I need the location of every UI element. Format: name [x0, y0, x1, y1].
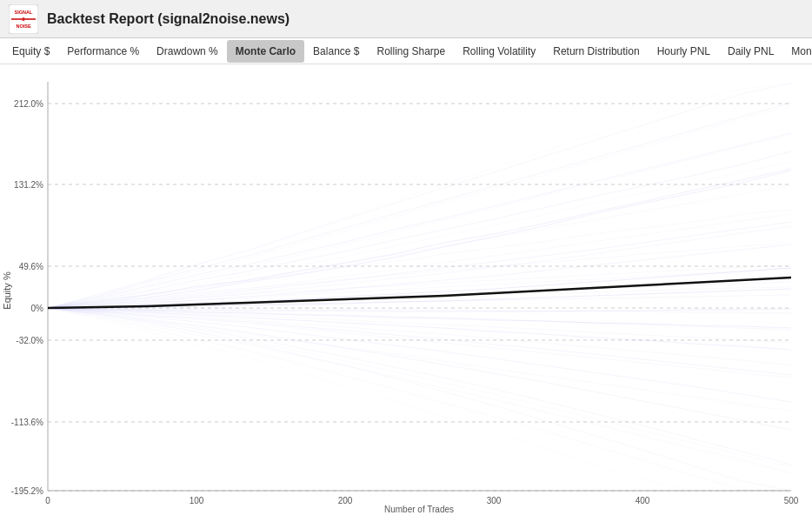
x-label-200: 200 — [338, 496, 353, 505]
x-label-500: 500 — [784, 496, 799, 505]
y-label-minus32: -32.0% — [16, 336, 43, 345]
y-axis-title: Equity % — [2, 271, 12, 310]
svg-text:SIGNAL: SIGNAL — [15, 10, 33, 15]
nav-tab-balance--[interactable]: Balance $ — [304, 40, 368, 63]
y-label-49: 49.6% — [19, 262, 43, 271]
chart-area: Equity % 212.0% 131.2% 49.6% 0% -32.0% -… — [0, 64, 812, 522]
nav-tab-daily-pnl[interactable]: Daily PNL — [719, 40, 782, 63]
svg-text:NOISE: NOISE — [16, 23, 30, 29]
nav-tab-hourly-pnl[interactable]: Hourly PNL — [649, 40, 719, 63]
header: SIGNAL 2 NOISE Backtest Report (signal2n… — [0, 0, 812, 38]
svg-rect-5 — [48, 82, 791, 491]
x-label-100: 100 — [190, 496, 204, 505]
page-title: Backtest Report (signal2noise.news) — [47, 11, 290, 27]
nav-tab-monte-carlo[interactable]: Monte Carlo — [227, 40, 304, 63]
nav-tab-return-distribution[interactable]: Return Distribution — [544, 40, 648, 63]
y-label-minus113: -113.6% — [11, 418, 43, 427]
x-label-400: 400 — [636, 496, 650, 505]
x-label-0: 0 — [45, 496, 50, 505]
nav-tabs: Equity $Performance %Drawdown %Monte Car… — [0, 38, 812, 64]
nav-tab-equity--[interactable]: Equity $ — [3, 40, 58, 63]
simulation-paths — [48, 84, 791, 491]
y-label-212: 212.0% — [14, 99, 43, 109]
nav-tab-performance--[interactable]: Performance % — [58, 40, 148, 63]
nav-tab-rolling-volatility[interactable]: Rolling Volatility — [454, 40, 544, 63]
monte-carlo-chart: Equity % 212.0% 131.2% 49.6% 0% -32.0% -… — [0, 64, 812, 522]
x-axis-title: Number of Trades — [384, 505, 454, 514]
y-label-131: 131.2% — [14, 180, 43, 190]
y-label-minus195: -195.2% — [11, 486, 43, 496]
logo-icon: SIGNAL 2 NOISE — [9, 4, 38, 34]
nav-tab-monthly-pnl[interactable]: Monthly PNL — [782, 40, 812, 63]
nav-tab-drawdown--[interactable]: Drawdown % — [148, 40, 227, 63]
x-label-300: 300 — [487, 496, 502, 505]
y-label-0: 0% — [31, 304, 44, 313]
nav-tab-rolling-sharpe[interactable]: Rolling Sharpe — [368, 40, 454, 63]
